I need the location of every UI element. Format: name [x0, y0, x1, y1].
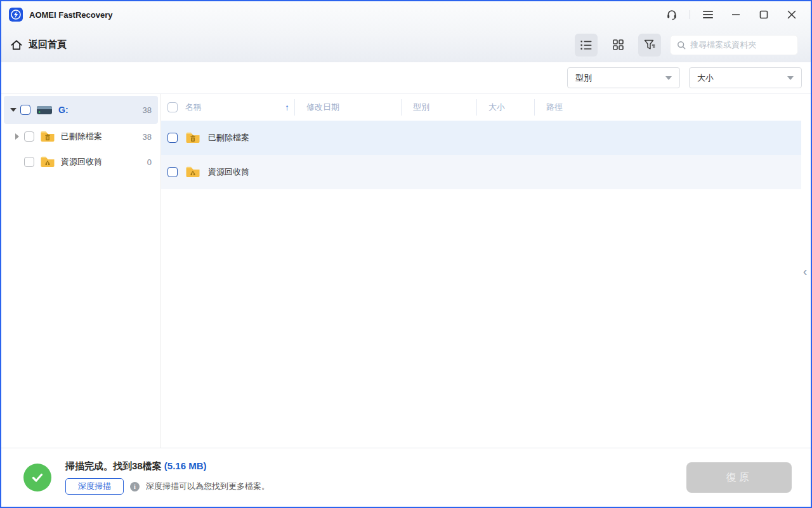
scan-status-size: (5.16 MB) — [164, 460, 207, 471]
size-filter-select[interactable]: 大小 — [689, 67, 802, 88]
expander-open-icon[interactable] — [10, 108, 16, 112]
app-title: AOMEI FastRecovery — [29, 10, 659, 20]
drive-label: G: — [58, 105, 69, 115]
home-icon — [10, 39, 23, 51]
deep-scan-hint: 深度掃描可以為您找到更多檔案。 — [146, 481, 270, 492]
folder-trash-icon — [40, 130, 55, 143]
expander-closed-icon[interactable] — [15, 133, 19, 140]
maximize-button[interactable] — [751, 5, 776, 24]
column-label: 大小 — [488, 102, 505, 113]
type-filter-select[interactable]: 型別 — [567, 67, 680, 88]
tree-item-count: 38 — [143, 132, 152, 142]
search-box — [670, 35, 798, 55]
drive-icon — [36, 105, 53, 116]
status-line2: 深度掃描 i 深度掃描可以為您找到更多檔案。 — [65, 478, 270, 495]
column-label: 型別 — [413, 102, 429, 113]
folder-trash-icon — [185, 131, 200, 144]
titlebar: AOMEI FastRecovery — [1, 1, 811, 28]
toolbar-right — [575, 34, 798, 57]
row-checkbox[interactable] — [167, 133, 178, 143]
tree-item-deleted-files[interactable]: 已刪除檔案 38 — [1, 124, 160, 149]
column-header-size[interactable]: 大小 — [477, 102, 534, 113]
column-header-name[interactable]: 名稱 ↑ — [161, 102, 294, 113]
filter-funnel-icon — [644, 39, 656, 50]
collapse-panel-chevron-icon[interactable]: ‹ — [801, 265, 809, 277]
restore-button[interactable]: 復原 — [686, 462, 792, 493]
back-home-label: 返回首頁 — [29, 39, 67, 51]
cell-name: 已刪除檔案 — [161, 131, 249, 144]
app-logo-icon — [9, 8, 23, 22]
info-icon: i — [130, 482, 140, 491]
drive-count: 38 — [143, 105, 152, 115]
recycle-bin-checkbox[interactable] — [24, 157, 34, 167]
scan-status-main: 掃描完成。找到38檔案 — [65, 460, 164, 471]
row-name-label: 已刪除檔案 — [208, 132, 249, 144]
column-label: 名稱 — [185, 102, 202, 113]
scan-status-text: 掃描完成。找到38檔案 (5.16 MB) — [65, 460, 270, 472]
column-header-date[interactable]: 修改日期 — [295, 102, 401, 113]
app-window: AOMEI FastRecovery — [0, 0, 812, 508]
drive-checkbox[interactable] — [20, 105, 30, 115]
sort-ascending-icon[interactable]: ↑ — [285, 102, 289, 112]
select-all-checkbox[interactable] — [167, 102, 178, 112]
deep-scan-button[interactable]: 深度掃描 — [65, 478, 124, 495]
toolbar: 返回首頁 — [1, 28, 811, 62]
list-view-icon — [580, 40, 592, 50]
grid-view-button[interactable] — [606, 34, 629, 57]
tree-item-drive-g[interactable]: G: 38 — [4, 96, 158, 124]
folder-recycle-icon — [185, 166, 200, 178]
row-checkbox[interactable] — [167, 167, 178, 177]
results-table: 名稱 ↑ 修改日期 型別 大小 路徑 — [161, 94, 811, 448]
deleted-files-checkbox[interactable] — [24, 131, 34, 142]
tree-item-label: 資源回收筒 — [61, 156, 102, 168]
search-input[interactable] — [690, 40, 791, 50]
content: G: 38 已刪除檔案 — [1, 94, 811, 448]
column-label: 修改日期 — [306, 102, 339, 113]
minimize-button[interactable] — [723, 5, 749, 24]
table-row[interactable]: 資源回收筒 — [161, 155, 801, 189]
filter-button[interactable] — [638, 34, 661, 57]
titlebar-controls — [659, 5, 804, 24]
header: AOMEI FastRecovery — [1, 1, 811, 62]
chevron-down-icon — [665, 76, 672, 80]
row-name-label: 資源回收筒 — [208, 166, 249, 178]
menu-hamburger-icon[interactable] — [695, 5, 721, 24]
folder-recycle-icon — [40, 156, 55, 168]
close-button[interactable] — [779, 5, 804, 24]
column-label: 路徑 — [546, 102, 563, 113]
filter-row: 型別 大小 — [1, 62, 811, 94]
chevron-down-icon — [787, 76, 794, 80]
search-icon — [677, 40, 686, 50]
column-header-type[interactable]: 型別 — [402, 102, 476, 113]
size-filter-value: 大小 — [697, 72, 714, 84]
table-row[interactable]: 已刪除檔案 — [161, 121, 801, 155]
back-home-button[interactable]: 返回首頁 — [10, 39, 67, 51]
scan-complete-check-icon — [23, 464, 51, 491]
type-filter-value: 型別 — [575, 72, 592, 84]
tree-item-count: 0 — [147, 157, 152, 167]
grid-view-icon — [613, 39, 624, 50]
tree-item-recycle-bin[interactable]: 資源回收筒 0 — [1, 149, 160, 175]
column-header-path[interactable]: 路徑 — [535, 102, 811, 113]
titlebar-divider — [690, 10, 690, 19]
support-headset-icon[interactable] — [659, 5, 684, 24]
tree-item-label: 已刪除檔案 — [61, 131, 102, 142]
cell-name: 資源回收筒 — [161, 166, 249, 178]
sidebar-tree: G: 38 已刪除檔案 — [1, 94, 161, 448]
list-view-button[interactable] — [575, 34, 598, 57]
status-block: 掃描完成。找到38檔案 (5.16 MB) 深度掃描 i 深度掃描可以為您找到更… — [65, 460, 270, 495]
table-header: 名稱 ↑ 修改日期 型別 大小 路徑 — [161, 94, 811, 121]
footer: 掃描完成。找到38檔案 (5.16 MB) 深度掃描 i 深度掃描可以為您找到更… — [1, 448, 811, 507]
